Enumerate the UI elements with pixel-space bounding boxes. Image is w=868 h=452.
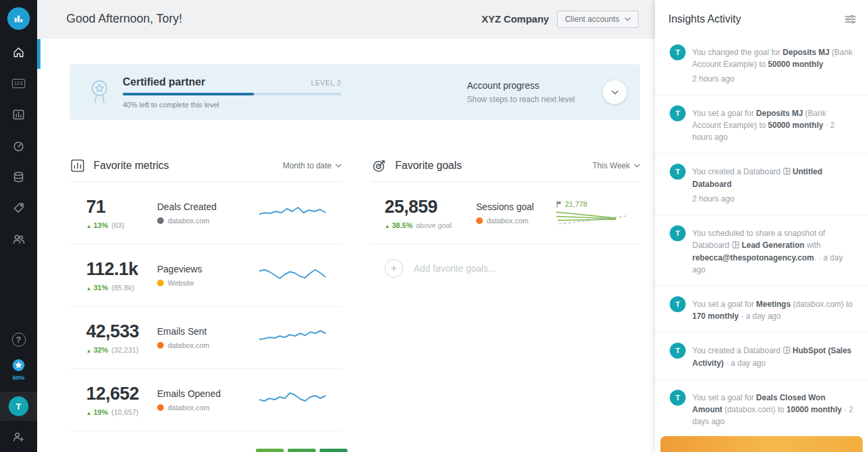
metric-value: 112.1k bbox=[86, 259, 157, 280]
activity-item[interactable]: TYou scheduled to share a snapshot of Da… bbox=[655, 215, 868, 286]
metric-value: 12,652 bbox=[86, 384, 157, 404]
sidebar-item-datasources[interactable] bbox=[0, 161, 37, 192]
sidebar-item-goals[interactable] bbox=[0, 130, 37, 161]
users-icon bbox=[12, 233, 25, 246]
activity-text: You changed the goal for Deposits MJ (Ba… bbox=[692, 44, 856, 85]
invite-user-icon bbox=[12, 430, 25, 443]
chevron-down-icon bbox=[625, 17, 631, 21]
account-progress-block: Account progress Show steps to reach nex… bbox=[467, 80, 575, 104]
activity-text: You created a Databoard Untitled Databoa… bbox=[692, 164, 856, 205]
source-dot-icon bbox=[157, 280, 164, 286]
metric-row[interactable]: 42,533▲ 32% (32,231)Emails Sentdatabox.c… bbox=[70, 307, 341, 369]
up-arrow-icon: ▲ bbox=[86, 348, 92, 354]
activity-item[interactable]: TYou created a Databoard Untitled Databo… bbox=[655, 154, 868, 215]
metric-value: 71 bbox=[86, 197, 157, 217]
activity-title: Insights Activity bbox=[668, 13, 741, 25]
greeting: Good Afternoon, Tory! bbox=[66, 12, 182, 26]
activity-text: You scheduled to share a snapshot of Dat… bbox=[692, 225, 856, 276]
up-arrow-icon: ▲ bbox=[86, 223, 92, 229]
sidebar: 123 ? 60% T bbox=[0, 0, 37, 452]
activity-item[interactable]: TYou created a Databoard HubSpot (Sales … bbox=[655, 333, 868, 380]
user-avatar: T bbox=[670, 105, 686, 121]
sidebar-item-tags[interactable] bbox=[0, 192, 37, 223]
activity-timestamp: · a day ago bbox=[723, 359, 765, 368]
activity-timestamp: 2 hours ago bbox=[692, 193, 856, 205]
databox-bars-icon bbox=[13, 13, 25, 25]
metric-rows: 71▲ 13% (63)Deals Createddatabox.com112.… bbox=[70, 182, 341, 431]
activity-item[interactable]: TYou set a goal for Deals Closed Won Amo… bbox=[655, 380, 868, 432]
peek-bar bbox=[256, 449, 284, 452]
sidebar-item-account-users[interactable] bbox=[0, 223, 37, 254]
sidebar-item-progress-badge[interactable]: 60% bbox=[11, 358, 26, 381]
promo-banner[interactable] bbox=[660, 436, 863, 452]
goals-section-title: Favorite goals bbox=[395, 160, 462, 172]
help-icon: ? bbox=[12, 333, 26, 347]
source-dot-icon bbox=[476, 217, 483, 224]
metric-row[interactable]: 12,652▲ 19% (10,657)Emails Openeddatabox… bbox=[70, 369, 341, 431]
activity-timestamp: 2 hours ago bbox=[692, 73, 856, 85]
account-progress-subtitle: Show steps to reach next level bbox=[467, 95, 575, 104]
sidebar-item-help[interactable]: ? bbox=[0, 324, 37, 355]
metric-source: Website bbox=[168, 279, 194, 287]
user-avatar: T bbox=[670, 44, 686, 60]
databoard-icon bbox=[783, 166, 790, 178]
user-avatar: T bbox=[670, 296, 686, 312]
metric-row[interactable]: 71▲ 13% (63)Deals Createddatabox.com bbox=[70, 182, 341, 245]
home-icon bbox=[12, 46, 25, 59]
metric-previous: (63) bbox=[109, 221, 125, 229]
metrics-range-dropdown[interactable]: Month to date bbox=[283, 161, 341, 170]
goal-source: databox.com bbox=[487, 217, 528, 225]
activity-item[interactable]: TYou changed the goal for Deposits MJ (B… bbox=[655, 34, 868, 95]
databox-logo[interactable] bbox=[7, 7, 30, 30]
goals-range-dropdown[interactable]: This Week bbox=[593, 161, 640, 170]
main-content: Certified partner LEVEL 2 40% left to co… bbox=[37, 38, 655, 452]
goal-flag-icon bbox=[556, 201, 562, 208]
activity-filter-button[interactable] bbox=[845, 14, 856, 25]
metric-previous: (10,657) bbox=[109, 408, 139, 416]
databoard-icon bbox=[783, 345, 790, 357]
sidebar-item-user-menu[interactable]: T bbox=[0, 392, 37, 421]
activity-item[interactable]: TYou set a goal for Meetings (databox.co… bbox=[655, 286, 868, 333]
up-arrow-icon: ▲ bbox=[86, 410, 92, 416]
metric-label: Emails Opened bbox=[157, 388, 221, 399]
sidebar-item-home[interactable] bbox=[0, 36, 37, 68]
metric-value-block: 112.1k▲ 31% (85.8k) bbox=[70, 259, 157, 292]
metric-previous: (32,231) bbox=[109, 346, 139, 354]
sidebar-item-invite[interactable] bbox=[0, 421, 37, 452]
metrics-section-title: Favorite metrics bbox=[93, 160, 169, 172]
partner-title: Certified partner bbox=[123, 76, 205, 88]
certification-badge-icon bbox=[11, 358, 26, 372]
main-header: Good Afternoon, Tory! XYZ Company Client… bbox=[37, 0, 655, 38]
metric-value-block: 71▲ 13% (63) bbox=[70, 197, 157, 229]
activity-text: You set a goal for Deals Closed Won Amou… bbox=[692, 390, 856, 427]
activity-item[interactable]: TYou set a goal for Deposits MJ (Bank Ac… bbox=[655, 95, 868, 154]
user-avatar: T bbox=[670, 225, 686, 241]
gauge-icon bbox=[12, 139, 25, 152]
tag-icon bbox=[12, 201, 25, 215]
insights-activity-panel: Insights Activity TYou changed the goal … bbox=[655, 0, 868, 452]
sidebar-item-metrics[interactable]: 123 bbox=[0, 68, 37, 99]
chevron-down-icon bbox=[611, 90, 619, 95]
metric-label-block: Deals Createddatabox.com bbox=[157, 201, 217, 225]
add-favorite-goal-button[interactable]: + Add favorite goals... bbox=[371, 245, 640, 292]
expand-progress-button[interactable] bbox=[603, 80, 627, 104]
goal-row[interactable]: 25,859 ▲ 38.5% above goal Sessions goal … bbox=[371, 182, 640, 245]
metric-row[interactable]: 112.1k▲ 31% (85.8k)PageviewsWebsite bbox=[70, 245, 341, 307]
level-progress-bar[interactable] bbox=[123, 93, 341, 95]
main-area: Good Afternoon, Tory! XYZ Company Client… bbox=[37, 0, 655, 452]
metric-label: Pageviews bbox=[157, 264, 202, 274]
metric-sparkline bbox=[259, 390, 326, 411]
metric-label-block: Emails Openeddatabox.com bbox=[157, 388, 221, 412]
sidebar-item-databoards[interactable] bbox=[0, 99, 37, 130]
user-avatar: T bbox=[9, 396, 29, 416]
activity-timestamp: · a day ago bbox=[739, 311, 780, 321]
goal-value: 25,859 bbox=[385, 197, 476, 217]
company-name: XYZ Company bbox=[481, 13, 549, 25]
goal-pace-chart bbox=[556, 210, 626, 226]
activity-text: You set a goal for Meetings (databox.com… bbox=[692, 296, 856, 322]
metric-sparkline bbox=[259, 203, 326, 224]
metric-previous: (85.8k) bbox=[109, 284, 134, 292]
level-label: LEVEL 2 bbox=[311, 80, 341, 87]
client-accounts-dropdown[interactable]: Client accounts bbox=[557, 11, 639, 28]
goal-label: Sessions goal bbox=[476, 201, 534, 212]
